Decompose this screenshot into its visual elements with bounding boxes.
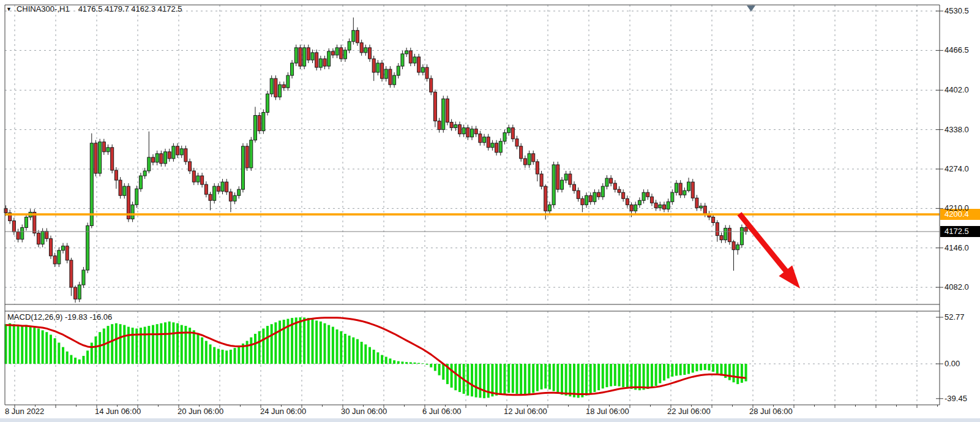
candle-body	[405, 51, 408, 54]
macd-bar	[385, 356, 387, 364]
macd-bar	[663, 364, 665, 380]
macd-bar	[21, 326, 23, 364]
candlestick-series	[4, 18, 747, 303]
candle-body	[291, 63, 294, 75]
macd-bar	[283, 320, 285, 364]
time-tick-label: 14 Jun 06:00	[95, 407, 141, 416]
window-bottom-edge	[0, 418, 980, 422]
candle-body	[41, 232, 44, 244]
time-tick-label: 6 Jul 06:00	[422, 407, 462, 416]
macd-bar	[532, 364, 534, 393]
macd-bar	[58, 342, 60, 364]
macd-bar	[217, 349, 220, 364]
macd-bar	[368, 347, 371, 364]
macd-bar	[107, 326, 110, 364]
macd-bar	[176, 323, 179, 364]
macd-bar	[565, 364, 567, 396]
candle-body	[221, 182, 224, 191]
macd-bar	[324, 323, 326, 364]
candle-body	[430, 78, 433, 92]
macd-bar	[454, 364, 457, 390]
macd-bar	[495, 364, 498, 396]
candle-body	[204, 184, 208, 194]
macd-bar	[671, 364, 673, 377]
candle-body	[393, 75, 396, 85]
candle-body	[24, 217, 28, 227]
candle-body	[618, 189, 621, 192]
candle-body	[409, 51, 412, 63]
candle-body	[241, 146, 244, 189]
macd-bar	[307, 318, 310, 364]
candle-body	[331, 51, 334, 55]
time-tick-label: 12 Jul 06:00	[504, 407, 547, 416]
macd-bar	[303, 317, 305, 364]
macd-bar	[352, 337, 354, 364]
candle-body	[282, 85, 285, 88]
candle-body	[552, 165, 555, 205]
candle-body	[585, 195, 588, 205]
candle-body	[736, 245, 739, 250]
macd-bar	[230, 350, 232, 364]
macd-tick-label: 52.77	[944, 312, 965, 322]
candle-body	[311, 53, 314, 60]
macd-bar	[512, 364, 514, 393]
candle-body	[270, 78, 273, 94]
candle-body	[368, 48, 372, 59]
macd-bar	[74, 358, 77, 364]
candle-body	[577, 190, 580, 198]
macd-bar	[593, 364, 596, 392]
candle-body	[544, 186, 547, 211]
candle-body	[695, 198, 698, 208]
macd-bar	[66, 352, 69, 364]
symbol-dropdown-icon[interactable]: ▼	[6, 6, 12, 12]
current-price-badge: 4172.5	[940, 226, 980, 237]
macd-bar	[634, 364, 637, 390]
candle-body	[250, 140, 253, 168]
macd-bar	[103, 328, 105, 364]
macd-bar	[246, 341, 249, 364]
candle-body	[151, 157, 154, 162]
candle-body	[131, 205, 134, 219]
macd-bar	[238, 346, 240, 364]
macd-bar	[716, 364, 719, 374]
candle-body	[372, 59, 375, 72]
macd-bar	[172, 322, 174, 364]
candle-body	[364, 48, 367, 53]
macd-bar	[643, 364, 645, 390]
macd-bar	[152, 325, 154, 364]
macd-bar	[25, 325, 28, 364]
macd-bar	[91, 342, 93, 364]
macd-bar	[589, 364, 592, 394]
macd-bar	[193, 330, 195, 364]
macd-bar	[119, 324, 122, 364]
macd-bar	[274, 322, 277, 364]
macd-bar	[410, 362, 412, 364]
candle-body	[556, 165, 559, 189]
macd-bar	[479, 364, 481, 398]
candle-body	[642, 192, 645, 200]
candle-body	[442, 99, 445, 129]
price-tick-label: 4466.5	[944, 45, 969, 55]
macd-bar	[37, 328, 40, 364]
candle-body	[360, 43, 363, 53]
candle-body	[45, 232, 48, 239]
macd-bar	[82, 356, 84, 364]
macd-bar	[13, 324, 15, 364]
candle-body	[70, 260, 73, 287]
macd-bar	[708, 364, 710, 371]
macd-bar	[356, 339, 359, 364]
macd-bar	[475, 364, 477, 398]
candle-body	[266, 94, 269, 112]
macd-bar	[86, 350, 89, 364]
macd-bar	[630, 364, 633, 389]
macd-bar	[610, 364, 612, 386]
candle-body	[622, 192, 625, 198]
macd-bar	[499, 364, 502, 394]
candle-body	[389, 69, 392, 85]
macd-bar	[483, 364, 485, 398]
candle-body	[303, 48, 306, 66]
macd-bar	[536, 364, 539, 391]
macd-bar	[364, 344, 367, 364]
candle-body	[417, 57, 421, 72]
macd-bar	[33, 328, 36, 364]
